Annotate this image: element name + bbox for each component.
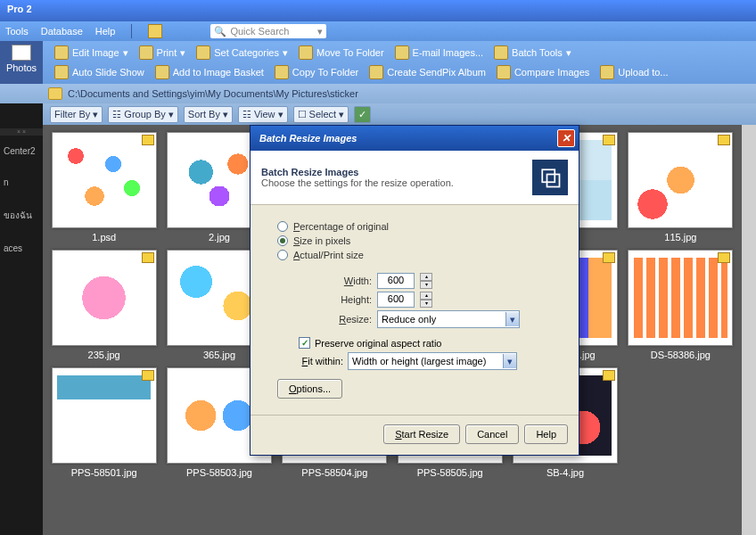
filter-by-button[interactable]: Filter By▾ [50,106,103,123]
preserve-aspect-checkbox[interactable]: ✓Preserve original aspect ratio [299,337,561,349]
filetype-badge-icon [142,370,154,381]
main-toolbar: Photos Edit Image▾ Print▾ Set Categories… [0,41,756,84]
menu-database[interactable]: Database [41,26,83,37]
resize-label: Resize: [322,314,372,325]
thumbnail-label: 1.psd [92,232,116,243]
width-label: Width: [322,276,372,286]
thumbnail-label: SB-4.jpg [546,467,584,478]
thumbnail-cell[interactable]: 1.psd [50,132,158,243]
thumbnail-label: 115.jpg [664,232,696,243]
height-label: Height: [322,294,372,305]
close-icon[interactable]: ✕ [557,129,575,147]
dialog-header: Batch Resize Images Choose the settings … [251,151,579,205]
thumbnail-cell[interactable]: DS-58386.jpg [627,250,735,360]
sidebar-item[interactable]: aces [0,233,43,264]
dialog-header-subtitle: Choose the settings for the resize opera… [261,177,523,188]
copy-to-folder-button[interactable]: Copy To Folder [270,63,363,81]
move-to-folder-button[interactable]: Move To Folder [294,44,389,62]
batch-resize-dialog: Batch Resize Images ✕ Batch Resize Image… [250,125,579,456]
filetype-badge-icon [718,252,730,263]
radio-actual-print[interactable]: Actual/Print size [277,250,561,260]
svg-rect-0 [542,169,555,182]
group-by-button[interactable]: ☷Group By▾ [108,106,177,123]
folder-icon [48,87,62,100]
filter-bar: Filter By▾ ☷Group By▾ Sort By▾ ☷View▾ ☐S… [43,103,756,125]
sidebar-top-button[interactable]: Photos [0,41,43,84]
width-input[interactable]: 600 [377,273,415,289]
menubar: Tools Database Help 🔍 Quick Search ▾ [0,21,756,41]
sidebar-item[interactable]: n [0,167,43,198]
sidebar: × × Center2 n ของฉัน aces [0,125,43,535]
resize-icon [532,160,568,195]
compare-images-button[interactable]: Compare Images [492,63,594,81]
thumbnail-cell[interactable]: 115.jpg [627,132,735,243]
thumbnail-label: PPS-58504.jpg [301,467,367,478]
thumbnail-label: 235.jpg [88,350,120,360]
scrollbar[interactable] [742,125,756,535]
filetype-badge-icon [603,135,615,145]
start-resize-button[interactable]: Start Resize [383,424,460,444]
height-spinner-down[interactable]: ▾ [420,300,432,308]
fit-within-label: Fit within: [299,356,343,366]
filetype-badge-icon [603,252,615,263]
dialog-titlebar[interactable]: Batch Resize Images ✕ [251,126,579,151]
width-spinner-up[interactable]: ▴ [420,273,432,281]
filetype-badge-icon [142,135,154,145]
filetype-badge-icon [603,370,615,381]
window-title: Pro 2 [0,0,756,21]
options-button[interactable]: Options... [277,379,342,399]
dialog-title-text: Batch Resize Images [259,133,357,144]
create-sendpix-button[interactable]: Create SendPix Album [365,63,490,81]
filetype-badge-icon [718,135,730,145]
thumbnail-label: 2.jpg [209,232,230,243]
quick-search-input[interactable]: 🔍 Quick Search ▾ [210,24,326,38]
upload-to-button[interactable]: Upload to... [596,63,672,81]
height-input[interactable]: 600 [377,292,415,308]
sort-by-button[interactable]: Sort By▾ [184,106,233,123]
filetype-badge-icon [142,252,154,263]
add-to-basket-button[interactable]: Add to Image Basket [151,63,268,81]
select-button[interactable]: ☐Select▾ [293,106,349,123]
thumbnail-label: 365.jpg [203,350,235,360]
thumbnail-label: DS-58386.jpg [651,350,711,360]
fit-within-select[interactable]: Width or height (largest image)▾ [348,352,517,370]
radio-percentage[interactable]: Percentage of original [277,221,561,232]
email-images-button[interactable]: E-mail Images... [390,44,488,62]
cancel-button[interactable]: Cancel [465,424,519,444]
help-button[interactable]: Help [524,424,568,444]
radio-size-pixels[interactable]: Size in pixels [277,235,561,246]
thumbnail-cell[interactable]: 235.jpg [50,250,158,360]
sidebar-item[interactable]: ของฉัน [0,198,43,233]
path-text: C:\Documents and Settings\yim\My Documen… [68,88,358,99]
sidebar-item[interactable]: Center2 [0,136,43,167]
edit-image-button[interactable]: Edit Image▾ [50,44,133,62]
thumbnail-cell[interactable]: PPS-58501.jpg [50,367,158,478]
thumbnail-label: PPS-58501.jpg [71,467,137,478]
menu-help[interactable]: Help [95,26,116,37]
dialog-header-title: Batch Resize Images [261,167,523,177]
print-button[interactable]: Print▾ [135,44,191,62]
set-categories-button[interactable]: Set Categories▾ [192,44,292,62]
thumbnail-label: PPS-58505.jpg [417,467,483,478]
width-spinner-down[interactable]: ▾ [420,281,432,289]
resize-select[interactable]: Reduce only▾ [377,310,520,328]
auto-slideshow-button[interactable]: Auto Slide Show [50,63,149,81]
filter-apply-button[interactable]: ✓ [354,106,371,123]
batch-tools-button[interactable]: Batch Tools▾ [489,44,576,62]
height-spinner-up[interactable]: ▴ [420,292,432,300]
thumbnail-label: PPS-58503.jpg [186,467,252,478]
view-button[interactable]: ☷View▾ [238,106,288,123]
svg-rect-1 [547,175,560,187]
toolbar-icon[interactable] [148,24,162,38]
menu-tools[interactable]: Tools [5,26,29,37]
path-bar: C:\Documents and Settings\yim\My Documen… [0,84,756,103]
